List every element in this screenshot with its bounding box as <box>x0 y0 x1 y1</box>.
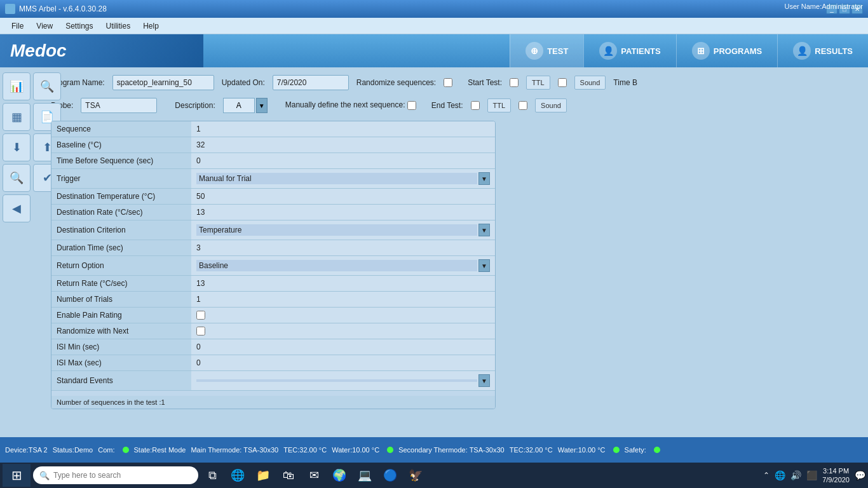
tab-programs-label: PROGRAMS <box>714 46 763 56</box>
tab-programs[interactable]: ⊞ PROGRAMS <box>676 34 778 67</box>
tab-patients[interactable]: 👤 PATIENTS <box>583 34 675 67</box>
status-safety: Safety: <box>625 446 646 454</box>
row-label: Number of Trials <box>51 292 191 308</box>
row-label: Sequence <box>51 121 191 137</box>
notification-icon[interactable]: 💬 <box>855 470 865 480</box>
row-value: 50 <box>191 189 495 205</box>
browser-icon[interactable]: 🌍 <box>328 465 351 485</box>
row-checkbox[interactable] <box>196 311 205 320</box>
table-row: Number of Trials1 <box>51 292 495 308</box>
table-row: TriggerManual for Trial▼ <box>51 169 495 189</box>
table-row: Destination Rate (°C/sec)13 <box>51 205 495 220</box>
description-arrow-btn[interactable]: ▼ <box>256 98 268 113</box>
tab-results[interactable]: 👤 RESULTS <box>777 34 868 67</box>
probe-input[interactable] <box>81 98 157 113</box>
windows-icon: ⊞ <box>11 468 22 483</box>
dropdown-button[interactable]: ▼ <box>478 172 490 185</box>
program-name-row: Program Name: Updated On: Randomize sequ… <box>51 75 858 90</box>
status-main-thermode: Main Thermode: TSA-30x30 <box>191 446 278 454</box>
row-value: Temperature▼ <box>191 220 495 240</box>
sequence-panel: Sequence1Baseline (°C)32Time Before Sequ… <box>51 121 496 409</box>
row-label: ISI Min (sec) <box>51 339 191 355</box>
table-row: ISI Min (sec)0 <box>51 339 495 355</box>
updated-on-input[interactable] <box>273 75 349 90</box>
status-state: State:Rest Mode <box>134 446 186 454</box>
description-text-box: A <box>223 98 255 113</box>
menu-utilities[interactable]: Utilities <box>100 20 137 32</box>
row-value: 0 <box>191 339 495 355</box>
start-ttl-checkbox[interactable] <box>510 78 519 87</box>
probe-row: Probe: Description: A ▼ Manually define … <box>51 98 858 113</box>
app-icon-tb[interactable]: 🔵 <box>379 465 402 485</box>
row-value: Manual for Trial▼ <box>191 169 495 189</box>
logo-area: Medoc <box>0 34 203 67</box>
sidebar-row-1: 📊 🔍 <box>3 72 92 100</box>
dropdown-button[interactable]: ▼ <box>478 224 490 236</box>
dropdown-button[interactable]: ▼ <box>478 374 490 387</box>
status-main-dot <box>387 447 393 453</box>
row-label: Enable Pain Rating <box>51 308 191 323</box>
row-label: Trigger <box>51 169 191 189</box>
sidebar-btn-zoom[interactable]: 🔍 <box>3 164 31 192</box>
sidebar-btn-down[interactable]: ⬇ <box>3 133 31 161</box>
description-label: Description: <box>175 101 215 110</box>
sidebar-btn-grid[interactable]: ▦ <box>3 103 31 131</box>
tray-chevron[interactable]: ⌃ <box>763 471 770 480</box>
tray-speaker[interactable]: 🔊 <box>790 470 801 480</box>
manually-checkbox[interactable] <box>407 101 416 110</box>
logo-text: Medoc <box>10 41 67 61</box>
terminal-icon[interactable]: 💻 <box>353 465 376 485</box>
randomize-checkbox[interactable] <box>444 78 452 87</box>
sidebar-btn-search[interactable]: 🔍 <box>33 72 61 100</box>
end-ttl-checkbox[interactable] <box>471 101 480 110</box>
taskbar-right: ⌃ 🌐 🔊 ⬛ 3:14 PM 7/9/2020 💬 <box>763 466 865 485</box>
taskview-icon[interactable]: ⧉ <box>201 465 224 485</box>
programs-icon: ⊞ <box>692 42 710 60</box>
row-value: 13 <box>191 276 495 292</box>
row-label: Destination Rate (°C/sec) <box>51 205 191 220</box>
row-value: 13 <box>191 205 495 220</box>
table-row: Return OptionBaseline▼ <box>51 256 495 276</box>
menu-help[interactable]: Help <box>137 20 165 32</box>
row-value: 1 <box>191 121 495 137</box>
mail-icon[interactable]: ✉ <box>302 465 325 485</box>
statusbar: Device:TSA 2 Status:Demo Com: State:Rest… <box>0 437 868 463</box>
row-value: 0 <box>191 153 495 169</box>
taskbar: ⊞ 🔍 ⧉ 🌐 📁 🛍 ✉ 🌍 💻 🔵 🦅 ⌃ 🌐 🔊 ⬛ 3:14 PM 7/… <box>0 463 868 488</box>
search-input[interactable] <box>53 471 192 480</box>
program-name-input[interactable] <box>112 75 214 90</box>
sidebar-btn-chart[interactable]: 📊 <box>3 72 31 100</box>
edge-icon[interactable]: 🌐 <box>226 465 249 485</box>
explorer-icon[interactable]: 📁 <box>252 465 275 485</box>
updated-on-label: Updated On: <box>222 78 265 87</box>
randomize-label: Randomize sequences: <box>356 78 436 87</box>
tab-test[interactable]: ⊕ TEST <box>510 34 583 67</box>
logo-nav: Medoc User Name:Administrator ⊕ TEST 👤 P… <box>0 34 868 67</box>
sidebar-btn-back[interactable]: ◀ <box>3 194 31 222</box>
start-button[interactable]: ⊞ <box>3 464 31 487</box>
table-row: Destination CriterionTemperature▼ <box>51 220 495 240</box>
start-ttl-button[interactable]: TTL <box>526 76 550 90</box>
row-checkbox[interactable] <box>196 327 205 336</box>
end-sound-button[interactable]: Sound <box>535 98 567 112</box>
store-icon[interactable]: 🛍 <box>277 465 300 485</box>
seq-table-wrap[interactable]: Sequence1Baseline (°C)32Time Before Sequ… <box>51 121 495 396</box>
medoc-icon[interactable]: 🦅 <box>404 465 427 485</box>
row-label: Destination Criterion <box>51 220 191 240</box>
menu-settings[interactable]: Settings <box>59 20 99 32</box>
row-value: 32 <box>191 137 495 153</box>
dropdown-button[interactable]: ▼ <box>478 259 490 272</box>
end-sound-checkbox[interactable] <box>519 101 527 110</box>
time-display: 3:14 PM <box>823 466 849 475</box>
row-label: Randomize with Next <box>51 323 191 339</box>
tray-network[interactable]: 🌐 <box>775 470 785 480</box>
start-sound-checkbox[interactable] <box>558 78 567 87</box>
test-icon: ⊕ <box>526 42 543 60</box>
status-device: Device:TSA 2 <box>5 446 48 454</box>
menu-file[interactable]: File <box>5 20 30 32</box>
end-ttl-button[interactable]: TTL <box>487 98 512 112</box>
menu-view[interactable]: View <box>30 20 59 32</box>
status-com-dot <box>123 447 129 453</box>
results-icon: 👤 <box>793 42 811 60</box>
start-sound-button[interactable]: Sound <box>574 76 606 90</box>
